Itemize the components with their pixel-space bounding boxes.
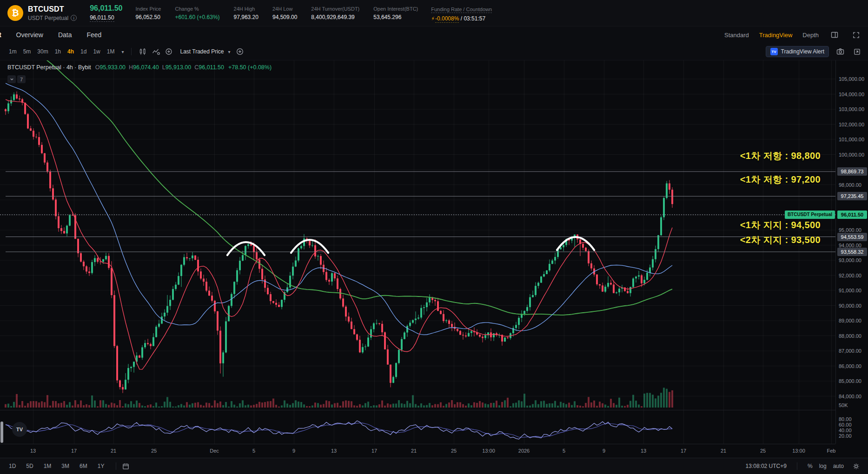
tab-feed[interactable]: Feed	[87, 31, 102, 39]
price-source-dropdown[interactable]: Last Traded Price ▾	[180, 48, 232, 55]
volume-scale-tick: 50K	[839, 402, 848, 408]
time-tick: 21	[721, 448, 726, 454]
funding-countdown: 03:51:57	[464, 15, 485, 22]
candles	[5, 92, 673, 393]
funding-label: Funding Rate / Countdown	[431, 7, 492, 13]
stat-value: 97,963.20	[234, 14, 258, 20]
legend-value: 96,011.50	[199, 64, 224, 71]
left-scrollbar-thumb[interactable]	[0, 421, 3, 443]
time-tick: 9	[603, 448, 605, 454]
time-tick: 17	[371, 448, 377, 454]
tab-overview[interactable]: Overview	[16, 31, 43, 39]
tradingview-alert-label: TradingView Alert	[781, 48, 824, 55]
time-tick: 21	[411, 448, 417, 454]
time-tick: 13:00	[482, 448, 495, 454]
last-price: 96,011.50	[90, 4, 122, 13]
oscillator-scale-tick: 60.00	[839, 422, 852, 428]
range-1y[interactable]: 1Y	[95, 462, 107, 470]
legend-change: +78.50 (+0.08%)	[228, 64, 272, 71]
clock-label: 13:08:02 UTC+9	[746, 463, 787, 469]
tradingview-alert-button[interactable]: TV TradingView Alert	[766, 46, 829, 57]
price-source-caret-icon: ▾	[226, 49, 232, 54]
time-scale[interactable]: 13172125Dec591317212513:0020265913172125…	[0, 444, 835, 458]
log-scale-toggle[interactable]: log	[819, 463, 827, 469]
drawings-count-badge[interactable]: 7	[17, 75, 26, 83]
auto-scale-toggle[interactable]: auto	[833, 463, 844, 469]
info-icon[interactable]: i	[71, 15, 77, 21]
range-5d[interactable]: 5D	[24, 462, 35, 470]
drawings-collapse-button[interactable]	[7, 75, 16, 83]
percent-scale-toggle[interactable]: %	[808, 463, 813, 469]
stat-value: 94,509.00	[272, 14, 297, 20]
timeframe-1h[interactable]: 1h	[52, 47, 64, 56]
range-1m[interactable]: 1M	[41, 462, 54, 470]
calendar-icon[interactable]	[120, 461, 131, 471]
chart-settings-gear-icon[interactable]	[850, 461, 861, 471]
price-tick: 104,000.00	[839, 92, 864, 97]
camera-icon[interactable]	[835, 46, 846, 57]
timeframe-4h[interactable]: 4h	[64, 47, 77, 56]
header-stat-24h-high: 24H High97,963.20	[234, 6, 258, 20]
range-6m[interactable]: 6M	[77, 462, 90, 470]
candlestick-chart-canvas[interactable]	[0, 60, 835, 444]
chart-bottom-bar: 1D5D1M3M6M1Y 13:08:02 UTC+9 % log auto	[0, 458, 868, 474]
price-scale[interactable]: 105,000.00104,000.00103,000.00102,000.00…	[835, 60, 868, 444]
header-stat-24h-low: 24H Low94,509.00	[272, 6, 297, 20]
stat-value: 96,052.50	[135, 14, 161, 20]
divider	[131, 48, 132, 55]
timeframe-1w[interactable]: 1w	[90, 47, 103, 56]
legend-key: L	[162, 64, 166, 71]
legend-l: L95,913.00	[162, 64, 192, 71]
ma-slow-line	[6, 60, 672, 315]
timeframe-1m[interactable]: 1m	[6, 47, 20, 56]
key-level-annotation-3: <1차 지지 : 94,500	[740, 219, 821, 231]
funding-separator: /	[459, 15, 464, 22]
range-1d[interactable]: 1D	[7, 462, 18, 470]
range-3m[interactable]: 3M	[59, 462, 72, 470]
time-tick: Dec	[210, 448, 219, 454]
compare-icon[interactable]	[163, 46, 174, 57]
stat-value: 8,400,929,649.39	[311, 14, 359, 20]
price-tick: 91,000.00	[839, 288, 861, 293]
chart-legend: BTCUSDT Perpetual · 4h · Bybit O95,933.0…	[7, 64, 272, 71]
oscillator-scale-tick: 80.00	[839, 416, 852, 422]
timeframe-30m[interactable]: 30m	[34, 47, 51, 56]
orderbook-panel-icon[interactable]	[829, 30, 840, 40]
header-stats: Index Price96,052.50Change %+601.60 (+0.…	[135, 6, 418, 20]
key-level-annotation-1: <1차 저항 : 98,800	[740, 150, 821, 162]
time-tick: 5	[252, 448, 255, 454]
drawn-arc-3	[557, 237, 594, 250]
funding-stat: Funding Rate / Countdown ⚡-0.0008% / 03:…	[431, 5, 492, 22]
indicators-icon[interactable]	[150, 46, 161, 57]
timeframe-1M[interactable]: 1M	[104, 47, 118, 56]
expand-chart-icon[interactable]	[851, 46, 862, 57]
time-tick: 17	[71, 448, 77, 454]
tab-data[interactable]: Data	[58, 31, 72, 39]
timeframe-1d[interactable]: 1d	[77, 47, 90, 56]
stat-value: +601.60 (+0.63%)	[175, 14, 219, 20]
time-tick: 13	[331, 448, 337, 454]
price-tick: 84,000.00	[839, 394, 861, 399]
mode-tradingview[interactable]: TradingView	[759, 32, 793, 39]
lightning-icon: ⚡	[431, 16, 435, 21]
legend-title: BTCUSDT Perpetual · 4h · Bybit	[7, 64, 91, 71]
timeframe-5m[interactable]: 5m	[20, 47, 34, 56]
timeframe-dropdown-icon[interactable]: ▾	[119, 49, 126, 54]
chart-toolbar: 1m5m30m1h4h1d1w1M ▾ Last Traded Price ▾ …	[0, 43, 868, 60]
mode-standard[interactable]: Standard	[724, 32, 749, 39]
mode-depth[interactable]: Depth	[802, 32, 819, 39]
fullscreen-icon[interactable]	[850, 30, 861, 40]
time-tick: 21	[111, 448, 116, 454]
header-stat-index-price: Index Price96,052.50	[135, 6, 161, 20]
current-price-badge: 96,011.50	[837, 211, 867, 219]
volume-histogram	[5, 388, 673, 408]
oscillator-scale-tick: 40.00	[839, 428, 852, 433]
price-tick: 92,000.00	[839, 273, 861, 278]
tab-chart[interactable]: Chart	[0, 31, 1, 39]
add-chart-icon[interactable]	[234, 46, 245, 57]
stat-label: Open Interest(BTC)	[373, 6, 418, 12]
chart-type-icon[interactable]	[137, 46, 148, 57]
divider	[116, 462, 116, 470]
price-tick: 86,000.00	[839, 363, 861, 369]
tradingview-attribution-logo[interactable]: TV	[12, 422, 27, 437]
